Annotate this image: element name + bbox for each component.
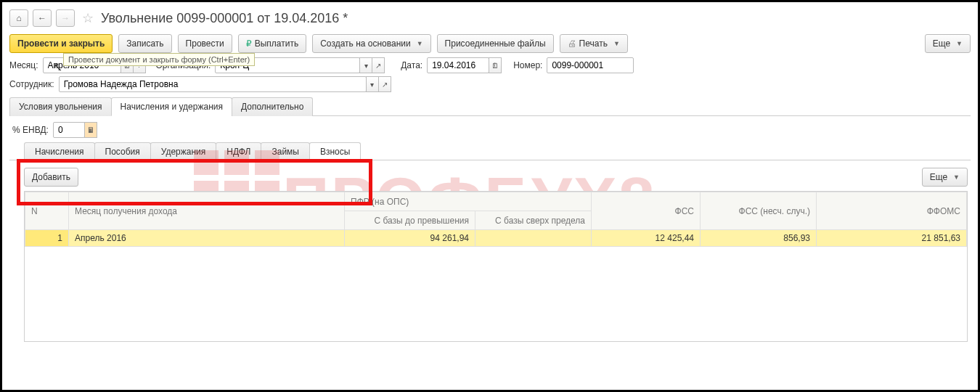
employee-input[interactable] bbox=[59, 76, 367, 92]
print-label: Печать bbox=[579, 38, 608, 49]
save-button[interactable]: Записать bbox=[118, 34, 171, 53]
org-open-icon[interactable]: ↗ bbox=[372, 57, 385, 73]
home-icon[interactable]: ⌂ bbox=[9, 9, 28, 27]
subtab-deductions[interactable]: Удержания bbox=[150, 142, 217, 160]
subtab-ndfl[interactable]: НДФЛ bbox=[216, 142, 261, 160]
employee-label: Сотрудник: bbox=[9, 79, 54, 89]
attached-files-button[interactable]: Присоединенные файлы bbox=[437, 34, 554, 53]
subtab-contributions[interactable]: Взносы bbox=[309, 142, 361, 160]
date-picker-icon[interactable]: 🗓 bbox=[489, 57, 502, 73]
pay-icon: ₽ bbox=[246, 38, 252, 49]
subtab-accruals[interactable]: Начисления bbox=[24, 142, 95, 160]
chevron-down-icon: ▼ bbox=[953, 173, 960, 181]
contributions-table[interactable]: N Месяц получения дохода ПФР (на ОПС) ФС… bbox=[24, 191, 968, 342]
subtab-benefits[interactable]: Пособия bbox=[94, 142, 151, 160]
add-button[interactable]: Добавить bbox=[24, 168, 78, 187]
number-label: Номер: bbox=[513, 60, 542, 70]
employee-dropdown-icon[interactable]: ▾ bbox=[366, 76, 379, 92]
col-n[interactable]: N bbox=[25, 192, 69, 230]
post-and-close-button[interactable]: Провести и закрыть bbox=[9, 34, 113, 53]
tab-accruals-deductions[interactable]: Начисления и удержания bbox=[111, 97, 232, 116]
col-base-under[interactable]: С базы до превышения bbox=[345, 211, 475, 230]
cell-n[interactable]: 1 bbox=[25, 230, 69, 247]
print-icon: 🖨 bbox=[568, 38, 576, 49]
chevron-down-icon: ▼ bbox=[417, 40, 423, 47]
date-label: Дата: bbox=[401, 60, 422, 70]
col-fss-accident[interactable]: ФСС (несч. случ.) bbox=[701, 192, 817, 230]
col-ffoms[interactable]: ФФОМС bbox=[817, 192, 967, 230]
employee-open-icon[interactable]: ↗ bbox=[378, 76, 391, 92]
col-base-over[interactable]: С базы сверх предела bbox=[475, 211, 592, 230]
forward-icon[interactable]: → bbox=[56, 9, 75, 27]
org-dropdown-icon[interactable]: ▾ bbox=[359, 57, 372, 73]
envd-label: % ЕНВД: bbox=[12, 125, 49, 135]
favorite-icon[interactable]: ☆ bbox=[82, 10, 94, 26]
month-label: Месяц: bbox=[9, 60, 38, 70]
grid-more-button[interactable]: Еще▼ bbox=[922, 168, 968, 187]
page-title: Увольнение 0099-000001 от 19.04.2016 * bbox=[101, 11, 348, 26]
create-based-on-button[interactable]: Создать на основании▼ bbox=[312, 34, 430, 53]
table-row[interactable]: 1 Апрель 2016 94 261,94 12 425,44 856,93… bbox=[25, 230, 967, 247]
date-input[interactable] bbox=[427, 57, 489, 73]
print-button[interactable]: 🖨 Печать▼ bbox=[560, 34, 628, 53]
more-button[interactable]: Еще▼ bbox=[925, 34, 971, 53]
cell-fss-acc[interactable]: 856,93 bbox=[701, 230, 817, 247]
cell-month[interactable]: Апрель 2016 bbox=[69, 230, 345, 247]
grid-more-label: Еще bbox=[930, 172, 947, 182]
envd-input[interactable] bbox=[53, 122, 85, 138]
cell-fss[interactable]: 12 425,44 bbox=[592, 230, 701, 247]
back-icon[interactable]: ← bbox=[33, 9, 52, 27]
calc-icon[interactable]: 🖩 bbox=[84, 122, 97, 138]
cell-base-under[interactable]: 94 261,94 bbox=[345, 230, 475, 247]
create-based-label: Создать на основании bbox=[320, 38, 411, 49]
chevron-down-icon: ▼ bbox=[613, 40, 620, 47]
col-pfr-group[interactable]: ПФР (на ОПС) bbox=[345, 192, 592, 211]
pay-button[interactable]: ₽ Выплатить bbox=[238, 34, 307, 53]
col-month[interactable]: Месяц получения дохода bbox=[69, 192, 345, 230]
number-input[interactable] bbox=[547, 57, 634, 73]
post-button[interactable]: Провести bbox=[178, 34, 232, 53]
cell-ffoms[interactable]: 21 851,63 bbox=[817, 230, 967, 247]
tooltip: Провести документ и закрыть форму (Ctrl+… bbox=[63, 53, 255, 66]
cell-base-over[interactable] bbox=[475, 230, 592, 247]
pay-label: Выплатить bbox=[255, 38, 299, 49]
chevron-down-icon: ▼ bbox=[956, 40, 963, 47]
col-fss[interactable]: ФСС bbox=[592, 192, 701, 230]
more-label: Еще bbox=[933, 38, 950, 49]
tab-dismissal-conditions[interactable]: Условия увольнения bbox=[9, 97, 112, 116]
tab-additional[interactable]: Дополнительно bbox=[232, 97, 313, 116]
subtab-loans[interactable]: Займы bbox=[261, 142, 310, 160]
